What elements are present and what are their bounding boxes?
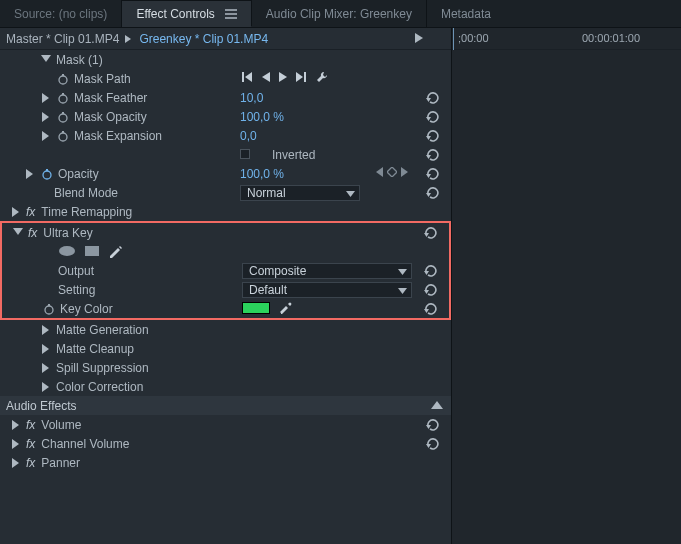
volume-label: Volume — [41, 418, 81, 432]
sequence-clip-label[interactable]: Greenkey * Clip 01.MP4 — [139, 32, 268, 46]
tab-source[interactable]: Source: (no clips) — [0, 0, 122, 27]
reset-icon[interactable] — [423, 263, 437, 280]
twirl-down-icon[interactable] — [40, 54, 52, 66]
prev-keyframe-icon[interactable] — [375, 167, 383, 177]
collapse-up-icon[interactable] — [431, 399, 443, 413]
wrench-icon[interactable] — [316, 71, 328, 86]
tab-audio-mixer[interactable]: Audio Clip Mixer: Greenkey — [252, 0, 427, 27]
twirl-right-icon[interactable] — [10, 457, 22, 469]
twirl-right-icon[interactable] — [10, 419, 22, 431]
reset-icon[interactable] — [425, 185, 439, 202]
blend-mode-value: Normal — [247, 186, 286, 200]
opacity-row: Opacity 100,0 % — [0, 164, 451, 183]
next-keyframe-icon[interactable] — [401, 167, 409, 177]
svg-marker-30 — [426, 174, 431, 178]
stopwatch-icon[interactable] — [56, 91, 70, 105]
mask-path-transport — [240, 71, 328, 86]
reset-icon[interactable] — [423, 225, 437, 242]
audio-effects-header[interactable]: Audio Effects — [0, 396, 451, 415]
stopwatch-icon[interactable] — [56, 129, 70, 143]
add-keyframe-icon[interactable] — [387, 167, 397, 177]
opacity-value[interactable]: 100,0 % — [240, 167, 284, 181]
track-forward-icon[interactable] — [296, 71, 308, 86]
mask-expansion-label: Mask Expansion — [74, 129, 162, 143]
tab-source-label: Source: (no clips) — [14, 7, 107, 21]
master-clip-label: Master * Clip 01.MP4 — [6, 32, 119, 46]
setting-dropdown[interactable]: Default — [242, 282, 412, 298]
svg-marker-11 — [42, 93, 49, 103]
stopwatch-icon[interactable] — [56, 72, 70, 86]
reset-icon[interactable] — [423, 282, 437, 299]
mask-expansion-value[interactable]: 0,0 — [240, 129, 257, 143]
inverted-checkbox[interactable] — [240, 149, 250, 159]
reset-icon[interactable] — [425, 90, 439, 107]
key-color-swatch[interactable] — [242, 302, 270, 314]
twirl-right-icon[interactable] — [40, 92, 52, 104]
volume-row[interactable]: fx Volume — [0, 415, 451, 434]
spill-suppression-row[interactable]: Spill Suppression — [0, 358, 451, 377]
svg-rect-21 — [62, 131, 64, 133]
reset-icon[interactable] — [425, 109, 439, 126]
setting-label: Setting — [58, 283, 95, 297]
channel-volume-row[interactable]: fx Channel Volume — [0, 434, 451, 453]
blend-mode-dropdown[interactable]: Normal — [240, 185, 360, 201]
fx-badge-icon: fx — [26, 418, 35, 432]
panel-menu-icon[interactable] — [225, 9, 237, 19]
timeline-ruler[interactable]: ;00:00 00:00:01:00 — [452, 28, 681, 50]
reset-icon[interactable] — [425, 166, 439, 183]
rect-mask-icon[interactable] — [84, 244, 100, 261]
twirl-right-icon[interactable] — [40, 130, 52, 142]
stopwatch-active-icon[interactable] — [40, 167, 54, 181]
mask-opacity-value[interactable]: 100,0 % — [240, 110, 284, 124]
reset-icon[interactable] — [425, 417, 439, 434]
reveal-in-timeline-icon[interactable] — [415, 32, 425, 46]
ultra-key-header[interactable]: fx Ultra Key — [2, 223, 449, 242]
reset-icon[interactable] — [425, 147, 439, 164]
twirl-right-icon[interactable] — [10, 438, 22, 450]
reset-icon[interactable] — [425, 128, 439, 145]
track-back-icon[interactable] — [240, 71, 252, 86]
tab-metadata[interactable]: Metadata — [427, 0, 505, 27]
twirl-right-icon[interactable] — [40, 362, 52, 374]
svg-marker-29 — [401, 167, 408, 177]
reset-icon[interactable] — [425, 436, 439, 453]
svg-marker-28 — [387, 167, 397, 177]
playhead-tick[interactable] — [453, 28, 454, 50]
step-back-icon[interactable] — [260, 71, 270, 86]
mask-opacity-label: Mask Opacity — [74, 110, 147, 124]
twirl-right-icon[interactable] — [40, 324, 52, 336]
panner-row[interactable]: fx Panner — [0, 453, 451, 472]
twirl-down-icon[interactable] — [12, 227, 24, 239]
eyedropper-icon[interactable] — [278, 300, 292, 317]
spill-suppression-label: Spill Suppression — [56, 361, 149, 375]
svg-marker-24 — [26, 169, 33, 179]
twirl-right-icon[interactable] — [40, 343, 52, 355]
output-dropdown[interactable]: Composite — [242, 263, 412, 279]
matte-cleanup-label: Matte Cleanup — [56, 342, 134, 356]
stopwatch-icon[interactable] — [56, 110, 70, 124]
twirl-right-icon[interactable] — [40, 381, 52, 393]
mask-group-header[interactable]: Mask (1) — [0, 50, 451, 69]
svg-rect-6 — [242, 72, 244, 82]
keyframe-timeline-area[interactable]: ;00:00 00:00:01:00 — [452, 28, 681, 544]
tab-effect-controls-label: Effect Controls — [136, 7, 214, 21]
svg-point-20 — [59, 133, 67, 141]
reset-icon[interactable] — [423, 301, 437, 318]
matte-cleanup-row[interactable]: Matte Cleanup — [0, 339, 451, 358]
svg-rect-4 — [62, 74, 64, 76]
color-correction-row[interactable]: Color Correction — [0, 377, 451, 396]
play-icon[interactable] — [278, 71, 288, 86]
pen-mask-icon[interactable] — [108, 244, 122, 261]
twirl-right-icon[interactable] — [24, 168, 36, 180]
ellipse-mask-icon[interactable] — [58, 244, 76, 261]
svg-marker-52 — [12, 439, 19, 449]
twirl-right-icon[interactable] — [40, 111, 52, 123]
svg-marker-53 — [426, 444, 431, 448]
stopwatch-icon[interactable] — [42, 302, 56, 316]
fx-badge-icon: fx — [26, 437, 35, 451]
mask-feather-value[interactable]: 10,0 — [240, 91, 263, 105]
matte-generation-row[interactable]: Matte Generation — [0, 320, 451, 339]
time-remapping-row[interactable]: fx Time Remapping — [0, 202, 451, 221]
twirl-right-icon[interactable] — [10, 206, 22, 218]
tab-effect-controls[interactable]: Effect Controls — [122, 0, 251, 27]
